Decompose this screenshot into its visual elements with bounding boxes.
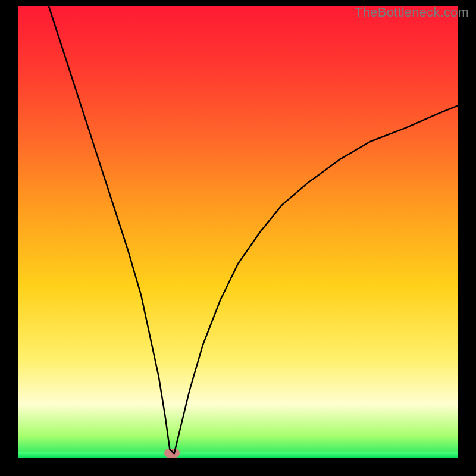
bottleneck-curve <box>18 6 458 458</box>
watermark-text: TheBottleneck.com <box>355 5 469 20</box>
curve-line <box>49 6 458 453</box>
chart-stage: TheBottleneck.com <box>0 0 476 476</box>
plot-area <box>18 6 458 458</box>
